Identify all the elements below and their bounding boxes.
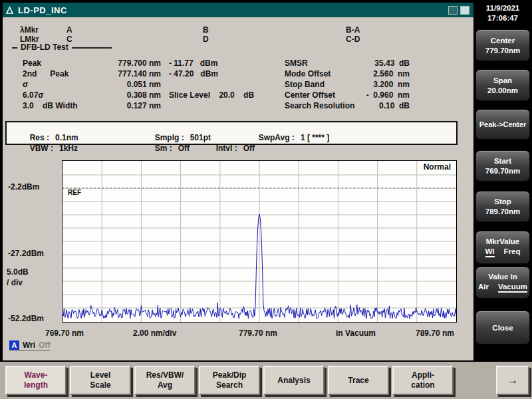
- peak-to-center-button[interactable]: Peak->Center: [475, 109, 530, 140]
- trace-off-label: Off: [39, 340, 50, 350]
- second-peak-label: 2nd Peak: [23, 69, 68, 78]
- smsr-label: SMSR: [285, 59, 308, 68]
- analysis-row: σ 0.051 nm Stop Band 3.200 nm: [3, 80, 473, 90]
- center-button[interactable]: Center 779.70nm: [475, 29, 530, 61]
- spectrum-trace-svg: [63, 161, 456, 322]
- softkey-res-vbw-avg[interactable]: Res/VBW/ Avg: [134, 366, 196, 395]
- y-axis-div-label2: / div: [7, 278, 23, 287]
- y-axis-label-mid: -27.2dBm: [8, 249, 44, 258]
- start-button-value: 769.70nm: [485, 167, 520, 175]
- mode-offset-label: Mode Offset: [285, 69, 331, 78]
- stop-band-label: Stop Band: [285, 80, 325, 89]
- softkey-level-scale[interactable]: Level Scale: [70, 366, 131, 395]
- sigma-value: 0.051 nm: [81, 80, 161, 89]
- softkey-label: Res/VBW/: [146, 370, 184, 380]
- vbw-value: 1kHz: [53, 144, 78, 153]
- clock-time: 17:06:47: [473, 13, 532, 23]
- side-panel: 11/9/2021 17:06:47 Center 779.70nm Span …: [473, 0, 532, 362]
- swpavg-label: SwpAvg :: [259, 133, 295, 142]
- center-button-value: 779.70nm: [485, 47, 520, 55]
- span-button[interactable]: Span 20.00nm: [475, 69, 530, 101]
- display-mode-label: Normal: [424, 162, 451, 172]
- start-button-label: Start: [494, 157, 511, 165]
- mkr-value-freq-option[interactable]: Freq: [504, 247, 521, 257]
- analysis-title: DFB-LD Test: [17, 43, 72, 52]
- close-button[interactable]: Close: [475, 311, 530, 344]
- analysis-row: 2nd Peak 777.140 nm - 47.20 dBm Mode Off…: [3, 69, 473, 80]
- minimize-icon[interactable]: [448, 6, 458, 15]
- center-button-label: Center: [491, 37, 515, 45]
- analysis-row: 6.07σ 0.308 nm Slice Level 20.0 dB Cente…: [3, 90, 473, 101]
- center-offset-value: - 0.960 nm: [334, 90, 410, 100]
- softkey-label: Analysis: [277, 376, 310, 386]
- osa-screen: LD-PD_INC λMkr A B B-A LMkr C D C-D DFB-…: [0, 0, 532, 399]
- six-sigma-value: 0.308 nm: [81, 90, 161, 100]
- trace-write-label: Wri: [23, 340, 35, 350]
- mkr-value-wl-option[interactable]: Wl: [485, 247, 495, 257]
- x-axis-label-right: 789.70 nm: [416, 329, 454, 338]
- analysis-row: 3.0 dB Width 0.127 nm Search Resolution …: [3, 101, 473, 112]
- sm-setting: Sm :Off: [137, 134, 190, 162]
- y-axis-label-bottom: -52.2dBm: [8, 314, 44, 323]
- softkey-analysis[interactable]: Analysis: [263, 366, 325, 395]
- analysis-row: Peak 779.700 nm - 11.77 dBm SMSR 35.43 d…: [3, 59, 473, 69]
- start-button[interactable]: Start 769.70nm: [475, 150, 530, 182]
- stop-button-label: Stop: [494, 198, 511, 205]
- bottom-softkey-bar: Wave- length Level Scale Res/VBW/ Avg Pe…: [0, 362, 532, 399]
- spectrum-plot: Normal REF: [62, 160, 457, 323]
- second-peak-wavelength-value: 777.140 nm: [81, 69, 161, 78]
- peak-level-value: - 11.77 dBm: [169, 59, 217, 68]
- marker-b-label: B: [203, 25, 209, 35]
- second-peak-level-value: - 47.20 dBm: [169, 69, 218, 78]
- smsr-value: 35.43 dB: [334, 59, 410, 68]
- db-width-value: 0.127 nm: [81, 101, 161, 110]
- ref-level-label: REF: [68, 189, 81, 196]
- softkey-trace[interactable]: Trace: [328, 366, 389, 395]
- y-axis-label-top: -2.2dBm: [8, 182, 39, 192]
- group-dash: [12, 47, 17, 49]
- softkey-label: Wave-: [25, 370, 48, 380]
- softkey-application[interactable]: Appli- cation: [392, 366, 454, 395]
- softkey-wavelength[interactable]: Wave- length: [5, 366, 66, 395]
- softkey-more-arrow[interactable]: →: [496, 366, 529, 395]
- swpavg-value: 1 [ **** ]: [295, 133, 329, 142]
- peak-to-center-label: Peak->Center: [479, 120, 527, 128]
- marker-ba-label: B-A: [346, 25, 360, 35]
- analysis-group-title: DFB-LD Test: [12, 43, 112, 52]
- slice-level-value: Slice Level 20.0 dB: [169, 90, 254, 100]
- mode-offset-value: 2.560 nm: [334, 69, 410, 78]
- value-in-label: Value in: [488, 273, 517, 281]
- analysis-results: Peak 779.700 nm - 11.77 dBm SMSR 35.43 d…: [3, 59, 473, 112]
- marker-cd-label: C-D: [346, 35, 360, 44]
- softkey-label: Avg: [158, 380, 172, 390]
- x-axis-medium-label: in Vacuum: [336, 329, 376, 338]
- group-dash: [72, 47, 112, 49]
- mkr-value-button[interactable]: MkrValue Wl Freq: [475, 231, 530, 264]
- vbw-setting: VBW :1kHz: [12, 134, 78, 162]
- db-width-label: 3.0 dB Width: [23, 101, 78, 110]
- sm-label: Sm :: [155, 144, 172, 153]
- softkey-peak-dip-search[interactable]: Peak/Dip Search: [199, 366, 260, 395]
- clock-date: 11/9/2021: [473, 3, 532, 13]
- value-in-air-option[interactable]: Air: [478, 283, 489, 293]
- trace-id-badge: A: [9, 340, 19, 350]
- main-display: LD-PD_INC λMkr A B B-A LMkr C D C-D DFB-…: [3, 3, 473, 360]
- stop-button-value: 789.70nm: [485, 207, 520, 215]
- clock: 11/9/2021 17:06:47: [473, 3, 532, 23]
- stop-band-value: 3.200 nm: [334, 80, 410, 89]
- maximize-icon[interactable]: [460, 6, 469, 15]
- softkey-label: Trace: [348, 376, 368, 386]
- span-button-value: 20.00nm: [487, 86, 518, 94]
- sweep-settings-box: Res :0.1nm Smplg :501pt SwpAvg :1 [ ****…: [5, 121, 458, 145]
- trace-a-indicator[interactable]: A Wri Off: [9, 340, 50, 351]
- softkey-label: Appli-: [412, 370, 434, 380]
- marker-a-label: A: [66, 25, 72, 35]
- peak-label: Peak: [23, 59, 41, 68]
- stop-button[interactable]: Stop 789.70nm: [475, 191, 530, 222]
- lambda-marker-label: λMkr: [20, 25, 39, 35]
- value-in-vacuum-option[interactable]: Vacuum: [498, 283, 527, 293]
- center-offset-label: Center Offset: [285, 90, 335, 100]
- softkey-label: Level: [90, 370, 111, 380]
- title-bar: LD-PD_INC: [3, 3, 473, 17]
- value-in-button[interactable]: Value in Air Vacuum: [475, 267, 530, 299]
